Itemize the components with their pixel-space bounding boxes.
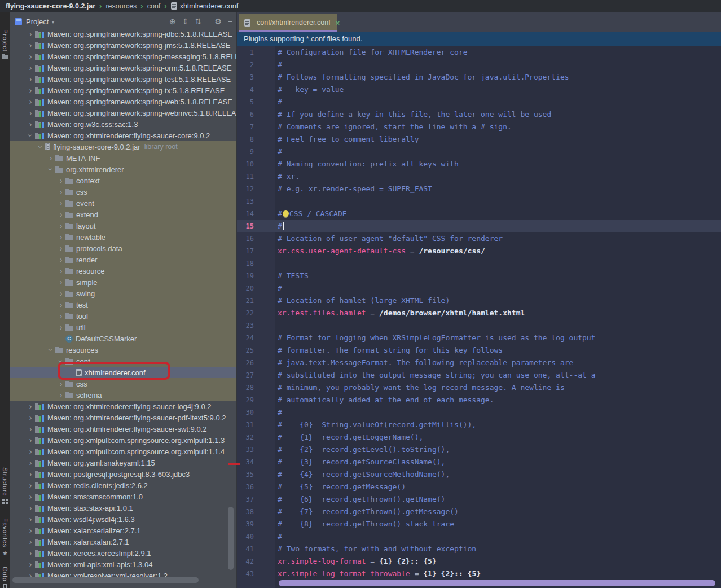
settings-icon[interactable]: ⚙ bbox=[214, 17, 222, 26]
tree-item-xhtmlrenderer-conf[interactable]: ›xhtmlrenderer.conf bbox=[10, 367, 237, 378]
tree-item-maven-org-springframework-spring-webmvc-[interactable]: ›Maven: org.springframework:spring-webmv… bbox=[10, 107, 237, 119]
chevron-collapsed-icon[interactable]: › bbox=[26, 515, 35, 523]
chevron-collapsed-icon[interactable]: › bbox=[56, 222, 65, 230]
chevron-collapsed-icon[interactable]: › bbox=[26, 86, 35, 94]
chevron-collapsed-icon[interactable]: › bbox=[26, 470, 35, 478]
breadcrumb-item[interactable]: resources bbox=[105, 2, 137, 10]
tree-item-maven-org-springframework-spring-tx-5-1-[interactable]: ›Maven: org.springframework:spring-tx:5.… bbox=[10, 85, 237, 96]
tree-item-maven-stax-stax-api-1-0-1[interactable]: ›Maven: stax:stax-api:1.0.1 bbox=[10, 502, 237, 514]
tree-item-maven-xerces-xercesimpl-2-9-1[interactable]: ›Maven: xerces:xercesImpl:2.9.1 bbox=[10, 547, 237, 559]
tree-item-layout[interactable]: ›layout bbox=[10, 220, 237, 231]
tree-item-util[interactable]: ›util bbox=[10, 322, 237, 333]
chevron-collapsed-icon[interactable]: › bbox=[26, 493, 35, 501]
chevron-collapsed-icon[interactable]: › bbox=[56, 199, 65, 207]
chevron-collapsed-icon[interactable]: › bbox=[26, 549, 35, 557]
chevron-collapsed-icon[interactable]: › bbox=[26, 425, 35, 433]
tree-item-maven-wsdl4j-wsdl4j-1-6-3[interactable]: ›Maven: wsdl4j:wsdl4j:1.6.3 bbox=[10, 514, 237, 525]
tree-item-maven-org-xmlpull-com-springsource-org-x[interactable]: ›Maven: org.xmlpull:com.springsource.org… bbox=[10, 446, 237, 457]
chevron-collapsed-icon[interactable]: › bbox=[56, 210, 65, 218]
tree-item-css[interactable]: ›css bbox=[10, 186, 237, 198]
chevron-collapsed-icon[interactable]: › bbox=[26, 526, 35, 534]
tree-item-maven-org-xmlpull-com-springsource-org-x[interactable]: ›Maven: org.xmlpull:com.springsource.org… bbox=[10, 435, 237, 446]
chevron-collapsed-icon[interactable]: › bbox=[26, 75, 35, 83]
stripe-button-gulp[interactable]: Gulp bbox=[0, 567, 10, 588]
collapse-all-icon[interactable]: ⇅ bbox=[195, 17, 202, 26]
tree-item-flying-saucer-core-9-0-2-jar[interactable]: ›flying-saucer-core-9.0.2.jarlibrary roo… bbox=[10, 141, 237, 152]
tree-item-maven-org-springframework-spring-jms-5-1[interactable]: ›Maven: org.springframework:spring-jms:5… bbox=[10, 40, 237, 51]
tree-item-maven-redis-clients-jedis-2-6-2[interactable]: ›Maven: redis.clients:jedis:2.6.2 bbox=[10, 480, 237, 491]
chevron-collapsed-icon[interactable]: › bbox=[26, 504, 35, 512]
chevron-expanded-icon[interactable]: › bbox=[47, 165, 55, 174]
tree-item-context[interactable]: ›context bbox=[10, 175, 237, 186]
chevron-collapsed-icon[interactable]: › bbox=[26, 64, 35, 72]
chevron-expanded-icon[interactable]: › bbox=[37, 142, 45, 151]
chevron-collapsed-icon[interactable]: › bbox=[56, 233, 65, 241]
tree-vertical-scrollbar[interactable] bbox=[228, 507, 234, 570]
tree-item-meta-inf[interactable]: ›META-INF bbox=[10, 152, 237, 164]
chevron-collapsed-icon[interactable]: › bbox=[56, 312, 65, 320]
chevron-expanded-icon[interactable]: › bbox=[27, 131, 34, 140]
tree-horizontal-scrollbar[interactable] bbox=[12, 577, 199, 583]
intention-bulb-icon[interactable] bbox=[283, 210, 289, 217]
chevron-collapsed-icon[interactable]: › bbox=[56, 256, 65, 264]
chevron-collapsed-icon[interactable]: › bbox=[26, 560, 35, 568]
tree-item-newtable[interactable]: ›newtable bbox=[10, 231, 237, 243]
chevron-collapsed-icon[interactable]: › bbox=[26, 481, 35, 489]
chevron-collapsed-icon[interactable]: › bbox=[26, 30, 35, 38]
stripe-button-project[interactable]: Project bbox=[0, 29, 10, 59]
chevron-collapsed-icon[interactable]: › bbox=[26, 41, 35, 49]
tree-item-maven-xalan-serializer-2-7-1[interactable]: ›Maven: xalan:serializer:2.7.1 bbox=[10, 525, 237, 536]
chevron-collapsed-icon[interactable]: › bbox=[56, 301, 65, 309]
expand-all-icon[interactable]: ⇕ bbox=[182, 17, 189, 26]
chevron-collapsed-icon[interactable]: › bbox=[26, 109, 35, 117]
tree-item-simple[interactable]: ›simple bbox=[10, 277, 237, 288]
chevron-collapsed-icon[interactable]: › bbox=[26, 414, 35, 422]
tree-item-protocols-data[interactable]: ›protocols.data bbox=[10, 243, 237, 254]
tree-item-schema[interactable]: ›schema bbox=[10, 389, 237, 401]
tree-item-render[interactable]: ›render bbox=[10, 254, 237, 265]
chevron-collapsed-icon[interactable]: › bbox=[56, 177, 65, 185]
tree-item-extend[interactable]: ›extend bbox=[10, 209, 237, 220]
project-tree[interactable]: ›Maven: org.springframework:spring-jdbc:… bbox=[10, 12, 237, 588]
chevron-collapsed-icon[interactable]: › bbox=[56, 289, 65, 297]
chevron-down-icon[interactable]: ▾ bbox=[51, 19, 54, 25]
close-icon[interactable]: × bbox=[336, 19, 340, 27]
chevron-collapsed-icon[interactable]: › bbox=[56, 188, 65, 196]
tree-item-resource[interactable]: ›resource bbox=[10, 265, 237, 277]
tree-item-maven-org-xhtmlrenderer-flying-saucer-sw[interactable]: ›Maven: org.xhtmlrenderer:flying-saucer-… bbox=[10, 423, 237, 435]
tree-item-maven-postgresql-postgresql-8-3-603-jdbc[interactable]: ›Maven: postgresql:postgresql:8.3-603.jd… bbox=[10, 468, 237, 480]
breadcrumb-item[interactable]: conf bbox=[147, 2, 161, 10]
tree-item-maven-org-xhtmlrenderer-flying-saucer-lo[interactable]: ›Maven: org.xhtmlrenderer:flying-saucer-… bbox=[10, 401, 237, 412]
chevron-collapsed-icon[interactable]: › bbox=[26, 436, 35, 444]
chevron-expanded-icon[interactable]: › bbox=[47, 345, 55, 354]
chevron-collapsed-icon[interactable]: › bbox=[56, 380, 65, 388]
tree-item-maven-org-springframework-spring-messagi[interactable]: ›Maven: org.springframework:spring-messa… bbox=[10, 51, 237, 62]
tree-item-maven-org-yaml-snakeyaml-1-15[interactable]: ›Maven: org.yaml:snakeyaml:1.15 bbox=[10, 457, 237, 468]
tree-item-maven-org-xhtmlrenderer-flying-saucer-co[interactable]: ›Maven: org.xhtmlrenderer:flying-saucer-… bbox=[10, 130, 237, 141]
chevron-collapsed-icon[interactable]: › bbox=[26, 120, 35, 128]
stripe-button-structure[interactable]: Structure bbox=[0, 467, 10, 504]
breadcrumb-item[interactable]: flying-saucer-core-9.0.2.jar bbox=[6, 2, 95, 10]
tree-item-maven-org-springframework-spring-test-5-[interactable]: ›Maven: org.springframework:spring-test:… bbox=[10, 73, 237, 85]
tab-xhtmlrenderer-conf[interactable]: conf/xhtmlrenderer.conf × bbox=[239, 14, 337, 32]
tree-item-maven-sms-smscommon-1-0[interactable]: ›Maven: sms:smscommon:1.0 bbox=[10, 491, 237, 502]
tree-item-resources[interactable]: ›resources bbox=[10, 344, 237, 356]
locate-icon[interactable]: ⊕ bbox=[169, 17, 176, 26]
tree-item-tool[interactable]: ›tool bbox=[10, 310, 237, 322]
chevron-collapsed-icon[interactable]: › bbox=[26, 98, 35, 106]
tree-item-swing[interactable]: ›swing bbox=[10, 288, 237, 299]
chevron-expanded-icon[interactable]: › bbox=[57, 357, 65, 366]
chevron-collapsed-icon[interactable]: › bbox=[26, 538, 35, 546]
tree-item-maven-xalan-xalan-2-7-1[interactable]: ›Maven: xalan:xalan:2.7.1 bbox=[10, 536, 237, 547]
tree-item-conf[interactable]: ›conf bbox=[10, 356, 237, 367]
tree-item-defaultcssmarker[interactable]: ›CDefaultCSSMarker bbox=[10, 333, 237, 344]
chevron-collapsed-icon[interactable]: › bbox=[56, 267, 65, 275]
tree-item-event[interactable]: ›event bbox=[10, 198, 237, 209]
tree-item-maven-org-springframework-spring-web-5-1[interactable]: ›Maven: org.springframework:spring-web:5… bbox=[10, 96, 237, 107]
chevron-collapsed-icon[interactable]: › bbox=[56, 244, 65, 252]
chevron-collapsed-icon[interactable]: › bbox=[56, 323, 65, 331]
chevron-collapsed-icon[interactable]: › bbox=[26, 402, 35, 410]
tree-item-org-xhtmlrenderer[interactable]: ›org.xhtmlrenderer bbox=[10, 164, 237, 175]
chevron-collapsed-icon[interactable]: › bbox=[56, 391, 65, 399]
tree-item-test[interactable]: ›test bbox=[10, 299, 237, 310]
